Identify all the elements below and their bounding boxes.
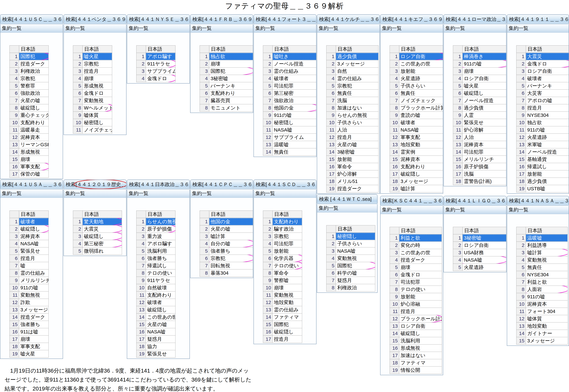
row-value-cell[interactable]: 化学兵器 <box>273 255 302 262</box>
row-value-cell[interactable]: 疑惑月 <box>336 277 375 284</box>
row-value-cell[interactable]: テロの使い <box>146 269 175 277</box>
row-value-cell[interactable]: 協力 <box>146 343 175 350</box>
row-value-cell[interactable]: サブプライム <box>273 134 317 141</box>
row-value-cell[interactable]: NASA嘘 <box>19 240 49 247</box>
row-value-cell[interactable]: 過少負債 <box>463 104 507 112</box>
row-value-cell[interactable]: 強欲政治 <box>19 90 49 97</box>
row-value-cell[interactable]: 利益と欲 <box>526 279 568 286</box>
row-value-cell[interactable]: 査読の嘘 <box>399 112 443 119</box>
row-value-cell[interactable]: 911の嘘 <box>526 126 569 134</box>
row-value-cell[interactable]: 原子炉損傷 <box>463 163 507 170</box>
row-value-cell[interactable]: ロシア自衛 <box>399 53 443 60</box>
row-value-cell[interactable]: 自然破壊 <box>146 284 175 292</box>
row-value-cell[interactable]: 放射能 <box>399 68 443 75</box>
row-value-cell[interactable]: ノイズチェック <box>83 126 112 134</box>
row-value-cell[interactable]: 捏造月 <box>336 134 379 141</box>
row-value-cell[interactable]: 自然 <box>336 68 379 75</box>
row-value-cell[interactable]: テロの使い <box>273 262 302 269</box>
row-value-cell[interactable]: 警察罪 <box>19 82 49 90</box>
row-value-cell[interactable]: 金塊ドロ <box>83 90 112 97</box>
row-value-cell[interactable]: 破綻隠し <box>19 104 49 112</box>
row-value-cell[interactable]: 秘密隠し <box>336 233 375 240</box>
row-value-cell[interactable]: 帰還試し <box>146 262 175 269</box>
row-value-cell[interactable]: 霊の仕組み <box>273 68 317 75</box>
row-value-cell[interactable]: 宗教犯 <box>336 82 379 90</box>
row-value-cell[interactable]: 嘘火星 <box>19 350 49 358</box>
row-value-cell[interactable]: 自分の嘘 <box>209 240 253 247</box>
row-value-cell[interactable]: 3メッセージ <box>19 306 49 313</box>
row-value-cell[interactable]: 軍命令 <box>336 163 379 170</box>
row-value-cell[interactable]: 強者勝ち <box>146 255 175 262</box>
row-value-cell[interactable]: 秘密隠し <box>273 119 317 126</box>
row-value-cell[interactable]: 大災害 <box>526 90 569 97</box>
row-value-cell[interactable]: 放射能 <box>273 247 302 255</box>
row-value-cell[interactable]: 捏造ダーク <box>19 60 49 68</box>
row-value-cell[interactable]: 捏造月 <box>273 336 302 343</box>
row-value-cell[interactable]: ロシア自衛 <box>463 242 507 249</box>
row-value-cell[interactable]: 軍命令 <box>273 269 302 277</box>
row-value-cell[interactable]: NASA嘘 <box>273 126 317 134</box>
row-value-cell[interactable]: 支配終わり <box>146 292 175 299</box>
row-value-cell[interactable]: USA財務 <box>463 249 507 256</box>
row-value-cell[interactable]: バーナンキ <box>526 82 569 90</box>
row-value-cell[interactable]: 人霊 <box>463 112 507 119</box>
row-value-cell[interactable]: NYSE304 <box>526 271 568 279</box>
row-value-cell[interactable]: 崩壊 <box>83 75 112 82</box>
japanese-column-header[interactable]: 日本語 <box>399 227 442 234</box>
row-value-cell[interactable]: 軍事支配 <box>399 134 443 141</box>
window-titlebar[interactable]: 検索 [４４１ＷＴＣ.sea] <box>317 194 378 204</box>
window-titlebar[interactable]: 検索[４４１ＳＣＤ＿＿３６９.se <box>254 180 316 189</box>
japanese-column-header[interactable]: 日本語 <box>463 227 507 234</box>
row-value-cell[interactable]: 破綻隠し <box>399 330 442 337</box>
row-value-cell[interactable]: 火星遺跡 <box>399 75 443 82</box>
japanese-column-header[interactable]: 日本語 <box>399 45 443 53</box>
row-value-cell[interactable]: 破綻隠し <box>19 225 49 233</box>
row-value-cell[interactable]: 火星遺跡 <box>463 264 507 271</box>
row-value-cell[interactable]: 炉心溶解 <box>336 170 379 178</box>
row-value-cell[interactable]: 3メッセージ <box>526 337 568 345</box>
row-value-cell[interactable]: この世あの世 <box>399 249 442 256</box>
row-value-cell[interactable]: 人治 <box>463 134 507 141</box>
row-value-cell[interactable]: 地殻変動 <box>399 141 443 148</box>
row-value-cell[interactable]: NASA嘘 <box>336 247 375 255</box>
row-value-cell[interactable]: 宗教犯 <box>83 60 112 68</box>
row-value-cell[interactable]: 破綻隠し <box>273 328 302 336</box>
row-value-cell[interactable]: 子供さらい <box>336 119 379 126</box>
row-value-cell[interactable]: 崩壊 <box>19 156 49 163</box>
row-value-cell[interactable]: 基軸通貨 <box>526 156 569 163</box>
row-value-cell[interactable]: 捏造月 <box>399 308 442 315</box>
row-value-cell[interactable]: 捏造ダーク <box>399 256 442 264</box>
row-value-cell[interactable]: 情報公開 <box>399 366 442 374</box>
row-value-cell[interactable]: 臓器売買 <box>209 97 253 104</box>
row-value-cell[interactable]: ノーベル捏造 <box>526 148 569 156</box>
row-value-cell[interactable]: テロの使い <box>399 286 442 293</box>
row-value-cell[interactable]: 破壊者 <box>526 75 569 82</box>
japanese-column-header[interactable]: 日本語 <box>526 45 569 53</box>
row-value-cell[interactable]: 嘘計算 <box>399 185 443 192</box>
row-value-cell[interactable]: 捏造ダーク <box>19 313 49 321</box>
row-value-cell[interactable]: 911ヤラセ <box>146 277 175 284</box>
row-value-cell[interactable]: 形成無視 <box>399 345 442 352</box>
row-value-cell[interactable]: 嘘計算 <box>526 249 568 256</box>
row-value-cell[interactable]: 破綻隠し <box>463 90 507 97</box>
row-value-cell[interactable]: 3秘密嘘 <box>209 75 253 82</box>
row-value-cell[interactable]: 司法犯罪 <box>399 279 442 286</box>
row-value-cell[interactable]: 大震災 <box>526 53 569 60</box>
row-value-cell[interactable]: 軍事支配 <box>19 343 49 350</box>
row-value-cell[interactable]: ノーベル捏造 <box>463 97 507 104</box>
row-value-cell[interactable]: 金塊ドロ <box>526 60 569 68</box>
row-value-cell[interactable]: この世あの世 <box>399 60 443 68</box>
row-value-cell[interactable]: 独占欲 <box>209 53 253 60</box>
japanese-column-header[interactable]: 日本語 <box>83 211 122 218</box>
japanese-column-header[interactable]: 日本語 <box>273 211 302 218</box>
row-value-cell[interactable]: 司法犯罪 <box>273 82 317 90</box>
row-value-cell[interactable]: 泥棒資本 <box>526 300 568 308</box>
row-value-cell[interactable]: 過少負債 <box>336 53 379 60</box>
row-value-cell[interactable]: 利権政治 <box>336 284 375 292</box>
row-value-cell[interactable]: 形成無視 <box>83 82 112 90</box>
row-value-cell[interactable]: 科学の嘘 <box>336 269 375 277</box>
window-titlebar[interactable]: 検索[４４１ＣＰＣ＿＿３６９.se <box>190 180 253 189</box>
row-value-cell[interactable]: 暴落304 <box>209 269 253 277</box>
row-value-cell[interactable]: 第三秘密 <box>273 90 317 97</box>
row-value-cell[interactable]: 霊の仕組み <box>336 75 379 82</box>
